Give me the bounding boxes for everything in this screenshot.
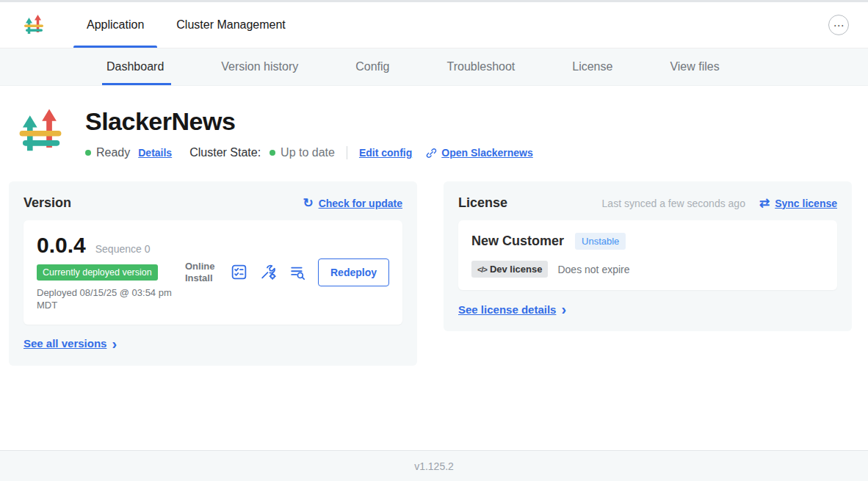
customer-name: New Customer [471,234,564,249]
subnav-troubleshoot-label: Troubleshoot [446,60,515,73]
channel-badge: Unstable [575,233,626,250]
ready-status-label: Ready [96,146,130,159]
check-for-update-group[interactable]: ↻ Check for update [303,197,402,209]
version-actions: Online Install [185,258,389,286]
page-title: SlackerNews [85,107,533,136]
license-expiration: Does not expire [557,264,629,275]
footer: v1.125.2 [0,450,868,481]
see-all-versions-link[interactable]: See all versions [23,337,106,350]
app-status-row: Ready Details Cluster State: Up to date … [85,146,533,159]
details-link[interactable]: Details [138,147,172,159]
chevron-right-icon: › [561,302,566,317]
main-content: SlackerNews Ready Details Cluster State:… [0,86,868,366]
version-card-title: Version [23,195,71,211]
tab-cluster-management-label: Cluster Management [176,18,286,32]
subnav-view-files-label: View files [670,60,719,73]
edit-config-link[interactable]: Edit config [359,147,412,159]
tab-application[interactable]: Application [70,2,160,48]
app-icon [15,106,66,160]
redeploy-button[interactable]: Redeploy [318,258,389,286]
more-menu-button[interactable]: ⋯ [828,15,849,35]
current-version-panel: 0.0.4 Sequence 0 Currently deployed vers… [23,220,402,325]
see-license-details-group[interactable]: See license details › [458,302,566,317]
license-type-badge: </> Dev license [471,261,548,278]
subnav-item-troubleshoot[interactable]: Troubleshoot [445,48,516,85]
sequence-label: Sequence 0 [95,243,151,255]
open-app-link[interactable]: Open Slackernews [441,147,533,159]
subnav-item-version-history[interactable]: Version history [220,48,300,85]
cluster-state-value: Up to date [281,146,335,159]
code-icon: </> [477,265,487,274]
license-type-label: Dev license [490,264,543,275]
license-card-title: License [458,195,507,211]
console-version-label: v1.125.2 [414,460,454,472]
version-number: 0.0.4 [37,233,86,258]
subnav-dashboard-label: Dashboard [106,60,164,73]
see-all-versions-group[interactable]: See all versions › [23,336,117,351]
edit-config-icon[interactable] [259,263,278,281]
subnav-item-dashboard[interactable]: Dashboard [105,48,165,85]
version-card: Version ↻ Check for update 0.0.4 Sequenc… [9,181,417,366]
product-logo-icon [22,13,46,37]
top-navbar: Application Cluster Management ⋯ [0,2,868,48]
subnav-item-license[interactable]: License [571,48,614,85]
top-nav-tabs: Application Cluster Management [70,2,302,48]
subnav-item-config[interactable]: Config [354,48,391,85]
tab-cluster-management[interactable]: Cluster Management [160,2,302,48]
subnav-config-label: Config [355,60,389,73]
open-app-link-group[interactable]: Open Slackernews [425,147,533,159]
ready-status-dot [85,150,91,156]
refresh-icon: ↻ [303,197,313,209]
app-subnav: Dashboard Version history Config Trouble… [0,48,868,86]
cluster-state-label: Cluster State: [189,146,261,159]
chevron-right-icon: › [112,336,117,351]
check-for-update-link[interactable]: Check for update [319,198,402,209]
view-logs-icon[interactable] [289,263,307,281]
subnav-version-history-label: Version history [221,60,298,73]
last-synced-label: Last synced a few seconds ago [602,198,745,209]
dashboard-cards: Version ↻ Check for update 0.0.4 Sequenc… [9,181,852,366]
license-card: License Last synced a few seconds ago ⇄ … [444,181,852,331]
cluster-state-dot [270,150,275,156]
sync-icon: ⇄ [759,197,770,209]
version-info: 0.0.4 Sequence 0 Currently deployed vers… [37,233,185,312]
subnav-license-label: License [572,60,612,73]
license-details-panel: New Customer Unstable </> Dev license Do… [458,220,837,290]
ellipsis-icon: ⋯ [833,20,845,31]
preflight-checks-icon[interactable] [230,263,248,281]
deployed-timestamp: Deployed 08/15/25 @ 03:54 pm MDT [37,287,185,312]
deployed-status-badge: Currently deployed version [37,264,158,281]
install-type-label: Online Install [185,261,219,285]
app-header: SlackerNews Ready Details Cluster State:… [0,86,868,160]
tab-application-label: Application [87,18,144,32]
sync-license-link[interactable]: Sync license [775,198,837,209]
divider [347,146,347,159]
subnav-item-view-files[interactable]: View files [668,48,720,85]
see-license-details-link[interactable]: See license details [458,303,556,316]
external-link-icon [425,147,438,159]
